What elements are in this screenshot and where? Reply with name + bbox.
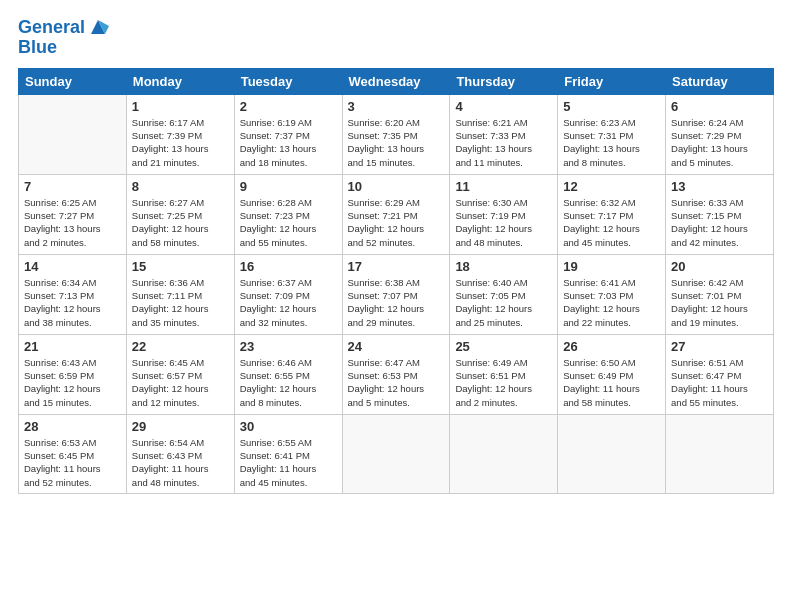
calendar-header-row: SundayMondayTuesdayWednesdayThursdayFrid… — [19, 68, 774, 94]
day-info: Sunrise: 6:30 AM Sunset: 7:19 PM Dayligh… — [455, 196, 552, 249]
day-info: Sunrise: 6:29 AM Sunset: 7:21 PM Dayligh… — [348, 196, 445, 249]
day-number: 22 — [132, 339, 229, 354]
logo-icon — [87, 16, 109, 38]
day-number: 21 — [24, 339, 121, 354]
day-number: 1 — [132, 99, 229, 114]
day-number: 8 — [132, 179, 229, 194]
calendar-cell: 2Sunrise: 6:19 AM Sunset: 7:37 PM Daylig… — [234, 94, 342, 174]
calendar-cell: 6Sunrise: 6:24 AM Sunset: 7:29 PM Daylig… — [666, 94, 774, 174]
day-info: Sunrise: 6:37 AM Sunset: 7:09 PM Dayligh… — [240, 276, 337, 329]
calendar-cell: 20Sunrise: 6:42 AM Sunset: 7:01 PM Dayli… — [666, 254, 774, 334]
page-container: General Blue SundayMondayTuesdayWednesda… — [0, 0, 792, 612]
day-number: 7 — [24, 179, 121, 194]
day-number: 4 — [455, 99, 552, 114]
calendar-cell: 3Sunrise: 6:20 AM Sunset: 7:35 PM Daylig… — [342, 94, 450, 174]
logo-blue: Blue — [18, 38, 109, 58]
calendar-cell — [19, 94, 127, 174]
day-number: 15 — [132, 259, 229, 274]
day-info: Sunrise: 6:33 AM Sunset: 7:15 PM Dayligh… — [671, 196, 768, 249]
day-info: Sunrise: 6:47 AM Sunset: 6:53 PM Dayligh… — [348, 356, 445, 409]
day-number: 11 — [455, 179, 552, 194]
day-info: Sunrise: 6:34 AM Sunset: 7:13 PM Dayligh… — [24, 276, 121, 329]
calendar-cell: 14Sunrise: 6:34 AM Sunset: 7:13 PM Dayli… — [19, 254, 127, 334]
day-info: Sunrise: 6:51 AM Sunset: 6:47 PM Dayligh… — [671, 356, 768, 409]
day-info: Sunrise: 6:24 AM Sunset: 7:29 PM Dayligh… — [671, 116, 768, 169]
weekday-header-tuesday: Tuesday — [234, 68, 342, 94]
calendar-cell — [450, 414, 558, 493]
day-info: Sunrise: 6:19 AM Sunset: 7:37 PM Dayligh… — [240, 116, 337, 169]
day-number: 12 — [563, 179, 660, 194]
calendar-cell: 17Sunrise: 6:38 AM Sunset: 7:07 PM Dayli… — [342, 254, 450, 334]
day-info: Sunrise: 6:54 AM Sunset: 6:43 PM Dayligh… — [132, 436, 229, 489]
weekday-header-friday: Friday — [558, 68, 666, 94]
calendar-cell: 9Sunrise: 6:28 AM Sunset: 7:23 PM Daylig… — [234, 174, 342, 254]
calendar-cell: 21Sunrise: 6:43 AM Sunset: 6:59 PM Dayli… — [19, 334, 127, 414]
calendar-week-row: 7Sunrise: 6:25 AM Sunset: 7:27 PM Daylig… — [19, 174, 774, 254]
calendar-cell: 23Sunrise: 6:46 AM Sunset: 6:55 PM Dayli… — [234, 334, 342, 414]
logo-text: General — [18, 18, 85, 38]
day-info: Sunrise: 6:43 AM Sunset: 6:59 PM Dayligh… — [24, 356, 121, 409]
day-number: 27 — [671, 339, 768, 354]
day-number: 28 — [24, 419, 121, 434]
weekday-header-wednesday: Wednesday — [342, 68, 450, 94]
day-info: Sunrise: 6:36 AM Sunset: 7:11 PM Dayligh… — [132, 276, 229, 329]
calendar-cell: 13Sunrise: 6:33 AM Sunset: 7:15 PM Dayli… — [666, 174, 774, 254]
day-info: Sunrise: 6:46 AM Sunset: 6:55 PM Dayligh… — [240, 356, 337, 409]
calendar-cell: 1Sunrise: 6:17 AM Sunset: 7:39 PM Daylig… — [126, 94, 234, 174]
calendar-cell: 29Sunrise: 6:54 AM Sunset: 6:43 PM Dayli… — [126, 414, 234, 493]
calendar-cell — [666, 414, 774, 493]
calendar-week-row: 1Sunrise: 6:17 AM Sunset: 7:39 PM Daylig… — [19, 94, 774, 174]
day-number: 20 — [671, 259, 768, 274]
day-info: Sunrise: 6:45 AM Sunset: 6:57 PM Dayligh… — [132, 356, 229, 409]
day-number: 30 — [240, 419, 337, 434]
logo: General Blue — [18, 18, 109, 58]
day-number: 17 — [348, 259, 445, 274]
day-info: Sunrise: 6:25 AM Sunset: 7:27 PM Dayligh… — [24, 196, 121, 249]
day-info: Sunrise: 6:53 AM Sunset: 6:45 PM Dayligh… — [24, 436, 121, 489]
day-info: Sunrise: 6:55 AM Sunset: 6:41 PM Dayligh… — [240, 436, 337, 489]
day-number: 9 — [240, 179, 337, 194]
day-info: Sunrise: 6:32 AM Sunset: 7:17 PM Dayligh… — [563, 196, 660, 249]
day-number: 5 — [563, 99, 660, 114]
day-info: Sunrise: 6:50 AM Sunset: 6:49 PM Dayligh… — [563, 356, 660, 409]
day-number: 2 — [240, 99, 337, 114]
calendar-cell: 18Sunrise: 6:40 AM Sunset: 7:05 PM Dayli… — [450, 254, 558, 334]
day-info: Sunrise: 6:40 AM Sunset: 7:05 PM Dayligh… — [455, 276, 552, 329]
calendar-week-row: 28Sunrise: 6:53 AM Sunset: 6:45 PM Dayli… — [19, 414, 774, 493]
weekday-header-saturday: Saturday — [666, 68, 774, 94]
weekday-header-sunday: Sunday — [19, 68, 127, 94]
calendar-cell: 19Sunrise: 6:41 AM Sunset: 7:03 PM Dayli… — [558, 254, 666, 334]
day-number: 6 — [671, 99, 768, 114]
day-number: 19 — [563, 259, 660, 274]
day-number: 29 — [132, 419, 229, 434]
day-info: Sunrise: 6:23 AM Sunset: 7:31 PM Dayligh… — [563, 116, 660, 169]
day-number: 3 — [348, 99, 445, 114]
calendar-week-row: 14Sunrise: 6:34 AM Sunset: 7:13 PM Dayli… — [19, 254, 774, 334]
calendar-cell — [342, 414, 450, 493]
day-number: 18 — [455, 259, 552, 274]
day-info: Sunrise: 6:20 AM Sunset: 7:35 PM Dayligh… — [348, 116, 445, 169]
day-number: 23 — [240, 339, 337, 354]
day-info: Sunrise: 6:38 AM Sunset: 7:07 PM Dayligh… — [348, 276, 445, 329]
calendar-cell: 7Sunrise: 6:25 AM Sunset: 7:27 PM Daylig… — [19, 174, 127, 254]
calendar-cell: 10Sunrise: 6:29 AM Sunset: 7:21 PM Dayli… — [342, 174, 450, 254]
calendar: SundayMondayTuesdayWednesdayThursdayFrid… — [18, 68, 774, 494]
day-info: Sunrise: 6:27 AM Sunset: 7:25 PM Dayligh… — [132, 196, 229, 249]
day-info: Sunrise: 6:21 AM Sunset: 7:33 PM Dayligh… — [455, 116, 552, 169]
calendar-cell: 26Sunrise: 6:50 AM Sunset: 6:49 PM Dayli… — [558, 334, 666, 414]
day-info: Sunrise: 6:49 AM Sunset: 6:51 PM Dayligh… — [455, 356, 552, 409]
calendar-cell: 4Sunrise: 6:21 AM Sunset: 7:33 PM Daylig… — [450, 94, 558, 174]
day-number: 14 — [24, 259, 121, 274]
day-info: Sunrise: 6:42 AM Sunset: 7:01 PM Dayligh… — [671, 276, 768, 329]
calendar-cell: 30Sunrise: 6:55 AM Sunset: 6:41 PM Dayli… — [234, 414, 342, 493]
header: General Blue — [18, 18, 774, 58]
day-number: 16 — [240, 259, 337, 274]
day-info: Sunrise: 6:17 AM Sunset: 7:39 PM Dayligh… — [132, 116, 229, 169]
calendar-cell: 16Sunrise: 6:37 AM Sunset: 7:09 PM Dayli… — [234, 254, 342, 334]
day-number: 25 — [455, 339, 552, 354]
day-number: 10 — [348, 179, 445, 194]
day-number: 13 — [671, 179, 768, 194]
calendar-cell — [558, 414, 666, 493]
calendar-cell: 5Sunrise: 6:23 AM Sunset: 7:31 PM Daylig… — [558, 94, 666, 174]
weekday-header-monday: Monday — [126, 68, 234, 94]
